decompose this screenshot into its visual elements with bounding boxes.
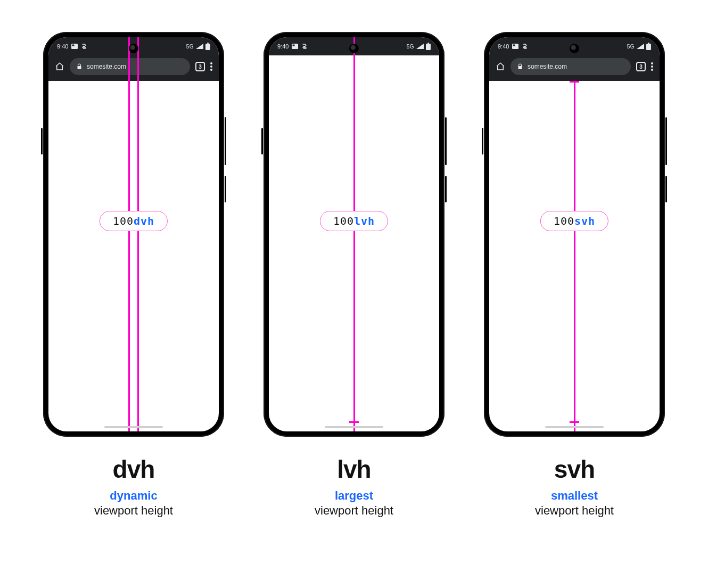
- svg-rect-1: [72, 45, 75, 46]
- camera-punch-hole: [129, 44, 138, 53]
- phone-side-button: [41, 128, 43, 154]
- svg-point-4: [210, 62, 212, 64]
- sync-icon: [522, 43, 528, 50]
- status-network-label: 5G: [407, 44, 414, 50]
- tab-count[interactable]: 3: [636, 62, 646, 71]
- caption-title: svh: [535, 455, 614, 484]
- svg-rect-11: [512, 44, 518, 49]
- url-bar[interactable]: somesite.com: [70, 58, 190, 75]
- svg-point-15: [651, 62, 653, 64]
- svg-point-5: [210, 66, 212, 68]
- camera-punch-hole: [570, 44, 579, 53]
- tab-count[interactable]: 3: [195, 62, 205, 71]
- svg-rect-14: [648, 43, 649, 44]
- card-icon: [71, 44, 78, 49]
- measure-cap: [349, 421, 359, 423]
- measure-cap: [570, 421, 579, 423]
- more-icon[interactable]: [651, 62, 653, 71]
- caption-rest: viewport height: [94, 504, 173, 518]
- phone-side-button: [225, 117, 226, 165]
- column-svh: 9:40 5G somesite.com 3: [479, 32, 670, 588]
- pill-number: 100: [333, 215, 354, 227]
- svg-rect-12: [513, 45, 515, 46]
- status-time: 9:40: [498, 43, 509, 50]
- phone-side-button: [482, 128, 483, 154]
- signal-icon: [196, 44, 203, 49]
- card-icon: [512, 44, 518, 49]
- signal-icon: [637, 44, 644, 49]
- caption-rest: viewport height: [535, 504, 614, 518]
- home-indicator: [325, 426, 383, 428]
- phone-side-button: [225, 176, 226, 202]
- phone-side-button: [445, 176, 447, 202]
- measurement-pill: 100svh: [540, 211, 608, 231]
- measure-line: [353, 37, 355, 431]
- status-time: 9:40: [277, 43, 289, 50]
- caption-word: smallest: [535, 489, 614, 503]
- status-network-label: 5G: [627, 44, 635, 50]
- phone-side-button: [261, 128, 263, 154]
- svg-rect-7: [292, 44, 298, 49]
- measure-line: [128, 37, 130, 431]
- svg-rect-3: [207, 43, 209, 44]
- phone-screen: 9:40 5G somesite.com 3: [489, 37, 660, 431]
- caption-title: dvh: [94, 455, 173, 484]
- svg-rect-13: [646, 44, 651, 50]
- measurement-pill: 100lvh: [320, 211, 388, 231]
- url-bar[interactable]: somesite.com: [511, 58, 631, 75]
- caption-rest: viewport height: [315, 504, 393, 518]
- camera-punch-hole: [349, 44, 359, 53]
- battery-icon: [205, 43, 210, 50]
- status-time: 9:40: [57, 43, 68, 50]
- svg-point-6: [210, 69, 212, 71]
- phone-frame: 9:40 5G somesite.com 3: [43, 32, 224, 437]
- svg-point-17: [651, 69, 653, 71]
- caption-word: dynamic: [94, 489, 173, 503]
- browser-toolbar: somesite.com 3: [489, 55, 660, 81]
- browser-toolbar: somesite.com 3: [48, 55, 219, 81]
- sync-icon: [81, 43, 87, 50]
- svg-rect-2: [205, 44, 210, 50]
- svg-rect-8: [293, 45, 295, 46]
- svg-point-16: [651, 66, 653, 68]
- sync-icon: [301, 43, 308, 50]
- battery-icon: [646, 43, 651, 50]
- column-dvh: 9:40 5G somesite.com 3: [38, 32, 229, 588]
- phone-side-button: [665, 176, 667, 202]
- caption: svh smallest viewport height: [535, 455, 614, 518]
- caption: lvh largest viewport height: [315, 455, 393, 518]
- more-icon[interactable]: [210, 62, 212, 71]
- caption-word: largest: [315, 489, 393, 503]
- pill-number: 100: [113, 215, 134, 227]
- svg-rect-9: [426, 44, 431, 50]
- url-text: somesite.com: [87, 63, 126, 70]
- home-icon[interactable]: [55, 62, 64, 71]
- url-text: somesite.com: [528, 63, 567, 70]
- caption-title: lvh: [315, 455, 393, 484]
- pill-unit: lvh: [354, 215, 375, 227]
- svg-rect-10: [427, 43, 429, 44]
- measure-cap: [570, 81, 579, 83]
- battery-icon: [426, 43, 431, 50]
- pill-number: 100: [554, 215, 574, 227]
- phone-frame: 9:40 5G somesite.com 3: [484, 32, 665, 437]
- phone-screen: 9:40 5G 100lvh: [269, 37, 439, 431]
- pill-unit: dvh: [134, 215, 154, 227]
- lock-icon: [517, 63, 523, 70]
- status-network-label: 5G: [186, 44, 194, 50]
- home-indicator: [545, 426, 604, 428]
- column-lvh: 9:40 5G 100lvh lvh largest v: [258, 32, 450, 588]
- card-icon: [292, 44, 298, 49]
- phone-side-button: [665, 117, 667, 165]
- home-icon[interactable]: [496, 62, 505, 71]
- phone-screen: 9:40 5G somesite.com 3: [48, 37, 219, 431]
- measure-line: [574, 81, 575, 431]
- home-indicator: [104, 426, 163, 428]
- lock-icon: [76, 63, 83, 70]
- signal-icon: [416, 44, 424, 49]
- caption: dvh dynamic viewport height: [94, 455, 173, 518]
- svg-rect-0: [71, 44, 78, 49]
- pill-unit: svh: [574, 215, 595, 227]
- measurement-pill: 100dvh: [100, 211, 168, 231]
- measure-line: [137, 37, 139, 431]
